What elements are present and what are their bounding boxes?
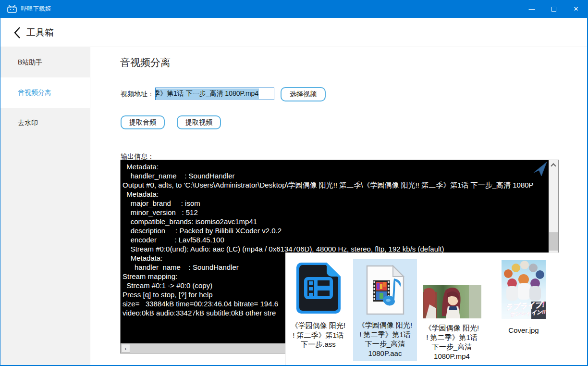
maximize-button[interactable] [543,0,565,18]
sidebar-item-remove-watermark[interactable]: 去水印 [0,108,90,138]
file-explorer-panel: 《学园偶像 阳光! ! 第二季》第1话 下一步.ass [285,252,559,366]
minimize-icon: — [529,5,535,13]
app-logo-tv-icon [7,5,17,13]
chevron-up-icon [551,163,556,168]
scroll-up-button[interactable] [549,160,558,170]
file-item-subtitle-ass[interactable]: 《学园偶像 阳光! ! 第二季》第1话 下一步.ass [286,253,351,349]
close-button[interactable]: ✕ [565,0,587,18]
extract-video-button[interactable]: 提取视频 [177,115,221,129]
back-chevron-icon [13,26,21,39]
header-title: 工具箱 [26,26,54,39]
video-path-label: 视频地址： [121,90,154,99]
app-window: 哔哩下载姬 — ✕ 工具箱 B站助手 音视频分离 去水印 音视频分离 视频地址：… [0,0,588,366]
file-item-video-mp4[interactable]: 《学园偶像 阳光! ! 第二季》第1话 下一步_高清 1080P.mp4 [419,253,484,361]
file-name: 《学园偶像 阳光! ! 第二季》第1话 下一步_高清 1080P.aac [353,320,417,358]
extract-audio-button[interactable]: 提取音频 [121,115,165,129]
ass-file-icon [296,263,341,314]
file-name: 《学园偶像 阳光! ! 第二季》第1话 下一步.ass [286,321,351,349]
choose-video-button[interactable]: 选择视频 [281,87,326,101]
app-title: 哔哩下载姬 [21,5,51,13]
back-button[interactable] [10,25,24,40]
sidebar-item-av-separate[interactable]: 音视频分离 [0,77,90,108]
mouse-cursor [534,162,547,177]
titlebar: 哔哩下载姬 — ✕ [0,0,587,18]
cover-image: ラブライブ! サンシャイン!! [502,260,546,319]
minimize-button[interactable]: — [521,0,543,18]
file-name: Cover.jpg [490,326,557,335]
maximize-icon [551,7,556,12]
audio-file-icon [366,265,404,315]
video-thumbnail [423,285,481,318]
file-item-cover-jpg[interactable]: ラブライブ! サンシャイン!! Cover.jpg [490,253,557,335]
sidebar: B站助手 音视频分离 去水印 [0,47,90,366]
scroll-left-button[interactable]: ‹ [121,344,130,353]
sidebar-item-bilibili-helper[interactable]: B站助手 [0,47,90,77]
file-item-audio-aac[interactable]: 《学园偶像 阳光! ! 第二季》第1话 下一步_高清 1080P.aac [353,259,417,361]
selected-input-text: 季》第1话 下一步_高清 1080P.mp4 [155,88,259,99]
close-icon: ✕ [574,5,579,13]
vertical-scroll-thumb[interactable] [549,232,558,251]
page-title: 音视频分离 [120,56,171,69]
video-path-input[interactable]: 季》第1话 下一步_高清 1080P.mp4 [155,88,274,100]
file-name: 《学园偶像 阳光! ! 第二季》第1话 下一步_高清 1080P.mp4 [419,323,484,361]
toolbox-header: 工具箱 [0,18,587,47]
